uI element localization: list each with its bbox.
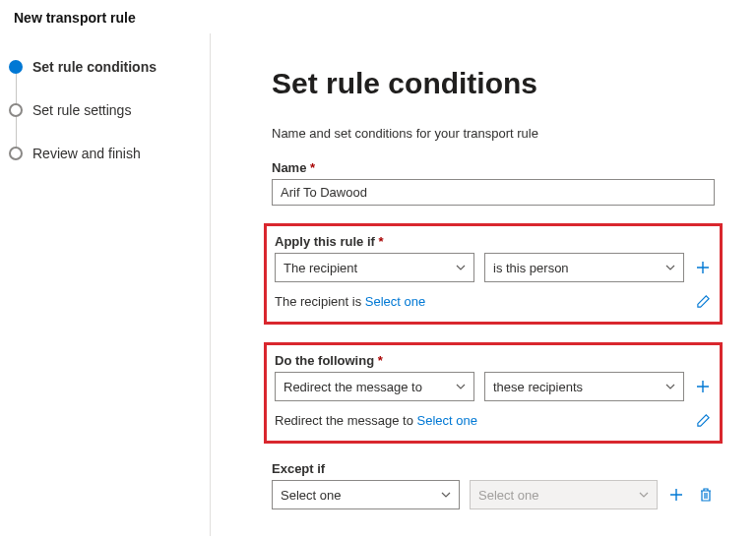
do-following-label: Do the following [275, 353, 712, 368]
add-condition-button[interactable] [694, 259, 712, 276]
except-value-select: Select one [470, 480, 658, 509]
select-value: Redirect the message to [284, 380, 422, 394]
wizard-sidebar: Set rule conditions Set rule settings Re… [0, 33, 211, 536]
step-connector [16, 116, 17, 149]
select-one-link[interactable]: Select one [417, 413, 477, 428]
select-value: Select one [281, 488, 341, 503]
chevron-down-icon [639, 490, 649, 500]
select-one-link[interactable]: Select one [365, 294, 425, 309]
step-connector [16, 73, 17, 106]
apply-if-label: Apply this rule if [275, 234, 712, 249]
edit-action-button[interactable] [694, 411, 712, 429]
chevron-down-icon [456, 382, 466, 391]
except-condition-select[interactable]: Select one [272, 480, 460, 509]
do-following-group: Do the following Redirect the message to… [264, 342, 723, 444]
page-title: New transport rule [14, 10, 742, 26]
edit-condition-button[interactable] [694, 292, 712, 310]
chevron-down-icon [456, 263, 466, 272]
chevron-down-icon [441, 490, 451, 500]
step-indicator-icon [9, 60, 23, 74]
apply-if-summary: The recipient is Select one [275, 294, 686, 309]
apply-if-group: Apply this rule if The recipient is this… [264, 223, 723, 325]
step-review-and-finish[interactable]: Review and finish [7, 146, 210, 161]
step-label: Review and finish [32, 146, 141, 161]
chevron-down-icon [665, 263, 675, 272]
apply-if-value-select[interactable]: is this person [484, 253, 684, 282]
action-value-select[interactable]: these recipients [484, 372, 684, 401]
except-if-group: Except if Select one Select one [272, 461, 715, 531]
window-header: New transport rule [0, 0, 756, 33]
do-following-summary: Redirect the message to Select one [275, 413, 686, 428]
action-select[interactable]: Redirect the message to [275, 372, 474, 401]
select-value: The recipient [284, 261, 357, 275]
step-label: Set rule conditions [32, 59, 157, 75]
step-set-rule-conditions[interactable]: Set rule conditions [7, 59, 210, 75]
step-label: Set rule settings [32, 102, 131, 118]
step-set-rule-settings[interactable]: Set rule settings [7, 102, 210, 118]
add-action-button[interactable] [694, 378, 712, 395]
step-indicator-icon [9, 147, 23, 160]
name-label: Name [272, 160, 715, 175]
delete-exception-button[interactable] [697, 486, 715, 504]
main-panel: Set rule conditions Name and set conditi… [211, 33, 756, 536]
step-indicator-icon [9, 103, 23, 117]
apply-if-condition-select[interactable]: The recipient [275, 253, 474, 282]
name-input[interactable] [272, 179, 715, 206]
main-heading: Set rule conditions [272, 67, 715, 100]
name-field-group: Name [272, 160, 715, 206]
except-if-label: Except if [272, 461, 715, 476]
chevron-down-icon [665, 382, 675, 391]
main-description: Name and set conditions for your transpo… [272, 126, 715, 141]
select-value: is this person [493, 261, 569, 275]
select-value: Select one [478, 488, 538, 503]
add-exception-button[interactable] [667, 486, 685, 504]
select-value: these recipients [493, 380, 583, 394]
